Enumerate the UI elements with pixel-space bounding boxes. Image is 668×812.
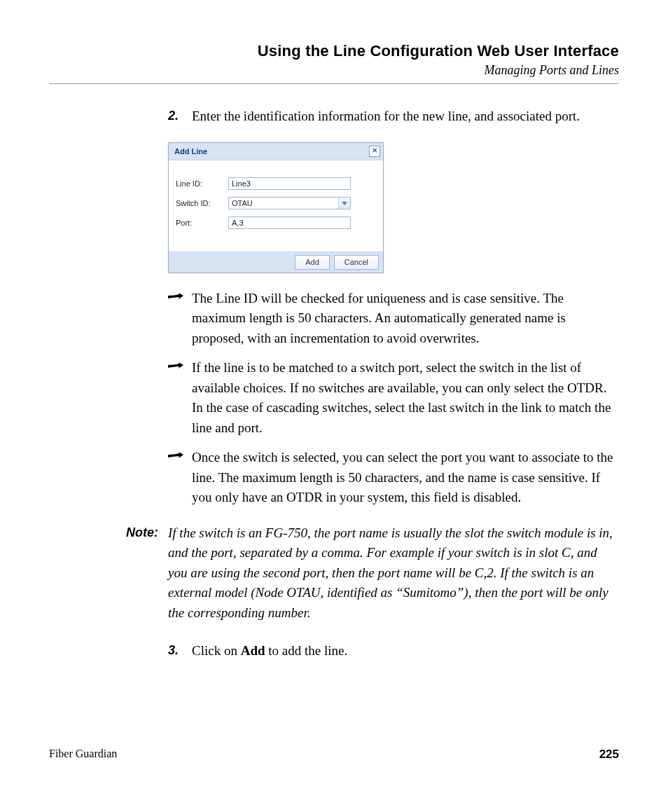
page-subtitle: Managing Ports and Lines [49,63,619,78]
row-line-id: Line ID: Line3 [176,177,376,190]
arrow-icon [168,362,183,371]
step3-bold: Add [241,643,265,658]
step-text: Click on Add to add the line. [192,643,347,658]
step-3: 3. Click on Add to add the line. [168,641,619,661]
step3-prefix: Click on [192,643,241,658]
select-switch-id[interactable]: OTAU [228,197,351,209]
note-label: Note: [49,523,168,624]
page-title: Using the Line Configuration Web User In… [49,42,619,60]
add-line-dialog: Add Line ✕ Line ID: Line3 Switch ID: OTA… [168,142,384,273]
note: Note: If the switch is an FG-750, the po… [49,523,619,624]
note-text: If the switch is an FG-750, the port nam… [168,523,619,624]
title-divider [49,83,619,84]
arrow-icon [168,293,183,301]
list-item: If the line is to be matched to a switch… [168,358,619,438]
input-port[interactable]: A,3 [228,216,351,229]
footer-product: Fiber Guardian [49,748,117,762]
list-item: Once the switch is selected, you can sel… [168,448,619,508]
step3-suffix: to add the line. [265,643,348,658]
page-footer: Fiber Guardian 225 [49,748,619,762]
close-icon[interactable]: ✕ [369,146,380,157]
row-port: Port: A,3 [176,216,376,229]
input-line-id[interactable]: Line3 [228,177,351,190]
row-switch-id: Switch ID: OTAU [176,197,376,209]
dialog-titlebar: Add Line ✕ [169,143,383,161]
step-text: Enter the identification information for… [192,109,580,123]
select-switch-id-value: OTAU [232,198,253,209]
cancel-button[interactable]: Cancel [334,255,379,270]
label-line-id: Line ID: [176,178,228,190]
chevron-down-icon[interactable] [338,198,350,209]
bullet-text: Once the switch is selected, you can sel… [192,450,613,504]
step-number: 3. [168,641,179,660]
step-2: 2. Enter the identification information … [168,106,619,127]
dialog-body: Line ID: Line3 Switch ID: OTAU Port: A,3 [169,160,383,252]
arrow-icon [168,452,183,460]
bullet-text: The Line ID will be checked for uniquene… [192,291,566,345]
bullet-list: The Line ID will be checked for uniquene… [168,289,619,508]
add-button[interactable]: Add [295,255,330,270]
footer-page-number: 225 [599,748,619,762]
dialog-footer: Add Cancel [169,252,383,273]
list-item: The Line ID will be checked for uniquene… [168,289,619,349]
step-number: 2. [168,106,179,125]
label-port: Port: [176,217,228,229]
label-switch-id: Switch ID: [176,198,228,209]
dialog-title: Add Line [174,146,207,158]
bullet-text: If the line is to be matched to a switch… [192,360,611,435]
